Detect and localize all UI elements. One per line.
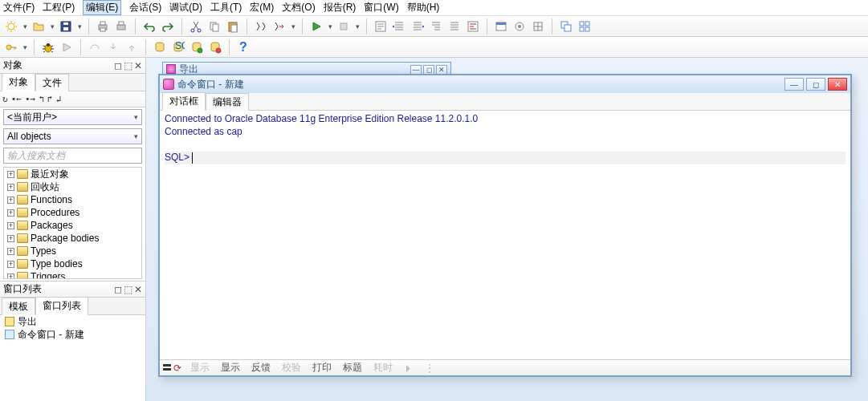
nav1-icon[interactable]: •← <box>11 94 22 104</box>
step-out-icon[interactable] <box>124 39 140 55</box>
more-icon[interactable]: ⏵ <box>401 363 416 374</box>
browser-icon[interactable] <box>493 18 509 34</box>
menu-doc[interactable]: 文档(O) <box>282 1 315 14</box>
stop-dropdown-icon[interactable]: ▾ <box>354 18 361 34</box>
command-tabs: 对话框 编辑器 <box>160 93 850 111</box>
nav2-icon[interactable]: •→ <box>25 94 35 104</box>
new-light-icon[interactable] <box>3 18 19 34</box>
user-combo[interactable]: <当前用户>▾ <box>3 109 142 125</box>
tree-row: +Type bodies <box>4 257 141 270</box>
save-icon[interactable] <box>58 18 74 34</box>
menu-icon[interactable]: ⋮ <box>422 363 437 374</box>
menu-file[interactable]: 文件(F) <box>3 1 35 14</box>
minimize-button[interactable]: — <box>784 78 804 91</box>
objtype-combo[interactable]: All objects▾ <box>3 128 142 144</box>
run-dropdown-icon[interactable]: ▾ <box>327 18 333 34</box>
menu-session[interactable]: 会话(S) <box>129 1 161 14</box>
indent-right-icon[interactable] <box>410 18 426 34</box>
tile-icon[interactable] <box>577 18 593 34</box>
tab-objects[interactable]: 对象 <box>2 73 35 91</box>
list-item[interactable]: 命令窗口 - 新建 <box>0 328 145 341</box>
find-next-icon[interactable] <box>271 18 287 34</box>
expand-icon[interactable]: + <box>7 184 14 191</box>
nav3-icon[interactable]: ↰ <box>39 94 44 104</box>
save-dropdown-icon[interactable]: ▾ <box>76 18 83 34</box>
close-button[interactable]: ✕ <box>828 78 847 91</box>
refresh-icon[interactable]: ↻ <box>2 94 8 104</box>
key-dropdown-icon[interactable]: ▾ <box>22 39 28 55</box>
list-item[interactable]: 导出 <box>0 315 145 328</box>
autohide-icon[interactable]: ⬚ <box>124 284 132 295</box>
expand-icon[interactable]: + <box>7 261 14 268</box>
command-editor[interactable]: Connected to Oracle Database 11g Enterpr… <box>160 111 850 359</box>
sql-window-icon[interactable] <box>373 18 389 34</box>
pin-icon[interactable]: ◻ <box>114 284 122 295</box>
cascade-icon[interactable] <box>558 18 574 34</box>
print-preview-icon[interactable] <box>113 18 129 34</box>
command-window: 命令窗口 - 新建 — ◻ ✕ 对话框 编辑器 Connected to Ora… <box>158 74 852 377</box>
close-panel-icon[interactable]: ✕ <box>134 284 142 295</box>
new-dropdown-icon[interactable]: ▾ <box>22 18 28 34</box>
uncomment-icon[interactable] <box>446 18 463 34</box>
open-icon[interactable] <box>31 18 47 34</box>
step-over-icon[interactable] <box>87 39 103 55</box>
print-icon[interactable] <box>95 18 111 34</box>
pin-icon[interactable]: ◻ <box>114 60 122 71</box>
nav4-icon[interactable]: ↱ <box>47 94 53 104</box>
menu-tools[interactable]: 工具(T) <box>210 1 242 14</box>
menu-help[interactable]: 帮助(H) <box>407 1 440 14</box>
indent-left-icon[interactable] <box>391 18 407 34</box>
paste-icon[interactable] <box>225 18 241 34</box>
tab-dialog[interactable]: 对话框 <box>162 92 206 111</box>
copy-icon[interactable] <box>206 18 222 34</box>
record-icon[interactable]: ⟳ <box>173 363 181 374</box>
expand-icon[interactable]: + <box>7 248 14 255</box>
tab-template[interactable]: 模板 <box>2 298 35 315</box>
object-tree[interactable]: +最近对象 +回收站 +Functions +Procedures +Packa… <box>3 167 142 279</box>
tool2-icon[interactable] <box>530 18 546 34</box>
tab-editor[interactable]: 编辑器 <box>206 93 249 111</box>
cyl1-icon[interactable] <box>152 39 168 55</box>
menu-project[interactable]: 工程(P) <box>43 1 75 14</box>
key-icon[interactable] <box>3 39 19 55</box>
expand-icon[interactable]: + <box>7 209 14 217</box>
run-icon[interactable] <box>308 18 324 34</box>
cyl3-icon[interactable] <box>189 39 205 55</box>
tab-files[interactable]: 文件 <box>35 74 69 91</box>
command-titlebar[interactable]: 命令窗口 - 新建 — ◻ ✕ <box>160 75 850 93</box>
menu-macro[interactable]: 宏(M) <box>250 1 274 14</box>
help-button[interactable]: ? <box>235 39 251 55</box>
find-icon[interactable] <box>253 18 269 34</box>
tool1-icon[interactable] <box>511 18 528 34</box>
cyl4-icon[interactable] <box>207 39 223 55</box>
find-dropdown-icon[interactable]: ▾ <box>290 18 296 34</box>
maximize-button[interactable]: ◻ <box>806 78 825 91</box>
expand-icon[interactable]: + <box>7 235 14 242</box>
menu-debug[interactable]: 调试(D) <box>169 1 202 14</box>
nav5-icon[interactable]: ↲ <box>55 94 61 104</box>
expand-icon[interactable]: + <box>7 171 14 178</box>
format-icon[interactable] <box>465 18 481 34</box>
cyl2-icon[interactable]: SQL <box>170 39 186 55</box>
close-panel-icon[interactable]: ✕ <box>134 60 142 71</box>
bug-icon[interactable] <box>40 39 56 55</box>
tab-winlist[interactable]: 窗口列表 <box>35 297 88 315</box>
comment-icon[interactable] <box>428 18 444 34</box>
menu-edit[interactable]: 编辑(E) <box>83 0 121 15</box>
sql-prompt-line[interactable]: SQL> <box>165 152 846 164</box>
redo-icon[interactable] <box>160 18 176 34</box>
open-dropdown-icon[interactable]: ▾ <box>49 18 55 34</box>
expand-icon[interactable]: + <box>7 273 14 280</box>
object-filter-input[interactable]: 输入搜索文档 <box>3 148 142 164</box>
cut-icon[interactable] <box>188 18 204 34</box>
undo-icon[interactable] <box>141 18 157 34</box>
debug-run-icon[interactable] <box>59 39 75 55</box>
expand-icon[interactable]: + <box>7 196 14 204</box>
bars-icon <box>163 364 171 372</box>
menu-window[interactable]: 窗口(W) <box>364 1 398 14</box>
step-into-icon[interactable] <box>105 39 121 55</box>
expand-icon[interactable]: + <box>7 222 14 229</box>
stop-icon[interactable] <box>336 18 352 34</box>
autohide-icon[interactable]: ⬚ <box>124 60 132 71</box>
menu-report[interactable]: 报告(R) <box>324 1 357 14</box>
